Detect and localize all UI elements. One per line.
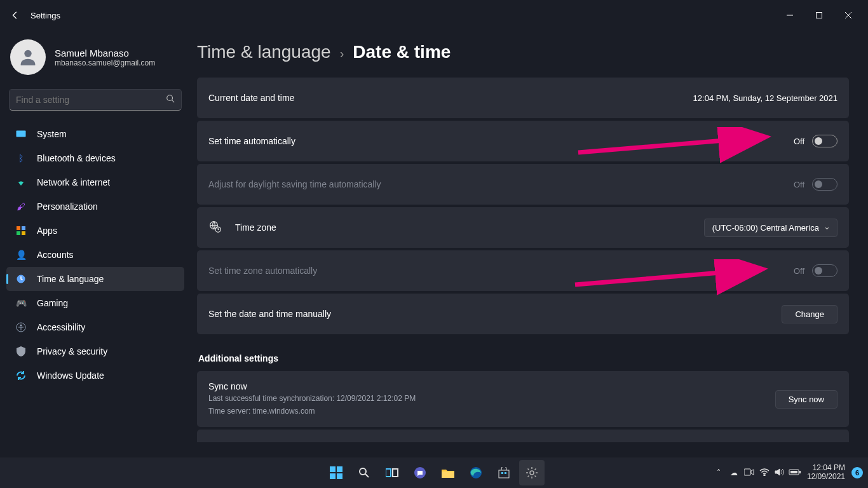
clock-icon bbox=[15, 273, 27, 285]
sidebar-item-label: Personalization bbox=[37, 201, 98, 212]
taskbar-chat[interactable] bbox=[407, 460, 433, 485]
taskbar-date: 12/09/2021 bbox=[807, 473, 845, 482]
meet-now-icon[interactable] bbox=[742, 468, 756, 478]
svg-rect-9 bbox=[22, 226, 25, 230]
close-button[interactable] bbox=[834, 5, 863, 25]
svg-rect-21 bbox=[330, 473, 336, 479]
set-time-auto-toggle[interactable] bbox=[812, 135, 837, 147]
wifi-icon bbox=[15, 177, 27, 188]
task-view[interactable] bbox=[379, 460, 405, 485]
set-manual-row: Set the date and time manually Change bbox=[197, 294, 849, 334]
sidebar-item-privacy[interactable]: Privacy & security bbox=[6, 339, 184, 363]
timezone-dropdown[interactable]: (UTC-06:00) Central America bbox=[704, 219, 837, 237]
sync-last: Last successful time synchronization: 12… bbox=[208, 393, 764, 404]
search-icon bbox=[166, 94, 175, 105]
breadcrumb-parent[interactable]: Time & language bbox=[197, 42, 331, 62]
taskbar-clock[interactable]: 12:04 PM 12/09/2021 bbox=[803, 464, 849, 482]
sidebar-item-system[interactable]: System bbox=[6, 122, 184, 146]
svg-rect-34 bbox=[744, 469, 750, 475]
shield-icon bbox=[15, 346, 27, 357]
sidebar-item-gaming[interactable]: 🎮Gaming bbox=[6, 291, 184, 315]
current-date-time-row: Current date and time 12:04 PM, Sunday, … bbox=[197, 78, 849, 118]
set-time-auto-label: Set time automatically bbox=[208, 136, 295, 146]
additional-settings-header: Additional settings bbox=[198, 353, 849, 363]
svg-rect-31 bbox=[501, 472, 503, 474]
svg-point-33 bbox=[530, 471, 534, 475]
svg-point-14 bbox=[20, 325, 22, 327]
set-time-auto-row: Set time automatically Off bbox=[197, 121, 849, 161]
sidebar: Samuel Mbanaso mbanaso.samuel@gmail.com … bbox=[0, 30, 191, 458]
sync-now-button[interactable]: Sync now bbox=[775, 390, 837, 409]
sidebar-item-personalization[interactable]: 🖌Personalization bbox=[6, 194, 184, 219]
change-button[interactable]: Change bbox=[782, 305, 837, 323]
svg-point-35 bbox=[764, 475, 765, 476]
bluetooth-icon: ᛒ bbox=[15, 152, 27, 164]
taskbar-store[interactable] bbox=[491, 460, 517, 485]
accessibility-icon bbox=[15, 322, 27, 333]
svg-rect-25 bbox=[386, 469, 391, 477]
current-date-time-label: Current date and time bbox=[208, 93, 294, 103]
back-button[interactable] bbox=[5, 5, 25, 25]
svg-point-23 bbox=[360, 468, 366, 475]
sidebar-item-accessibility[interactable]: Accessibility bbox=[6, 315, 184, 339]
chevron-right-icon: › bbox=[340, 46, 344, 61]
set-timezone-auto-row: Set time zone automatically Off bbox=[197, 250, 849, 291]
wifi-tray-icon[interactable] bbox=[757, 468, 771, 478]
sidebar-item-bluetooth[interactable]: ᛒBluetooth & devices bbox=[6, 146, 184, 170]
sidebar-item-label: Gaming bbox=[37, 298, 68, 308]
sidebar-item-label: Apps bbox=[37, 226, 57, 236]
svg-rect-1 bbox=[817, 13, 822, 18]
svg-rect-37 bbox=[790, 471, 797, 473]
search-input[interactable] bbox=[16, 95, 166, 105]
update-icon bbox=[15, 370, 27, 381]
dst-row: Adjust for daylight saving time automati… bbox=[197, 164, 849, 205]
sidebar-item-windows-update[interactable]: Windows Update bbox=[6, 363, 184, 388]
sync-server: Time server: time.windows.com bbox=[208, 405, 764, 417]
onedrive-icon[interactable]: ☁ bbox=[727, 468, 741, 477]
window-title: Settings bbox=[31, 11, 60, 20]
svg-rect-22 bbox=[337, 473, 342, 479]
set-timezone-auto-label: Set time zone automatically bbox=[208, 266, 317, 276]
minimize-button[interactable] bbox=[775, 5, 804, 25]
sidebar-item-label: Windows Update bbox=[37, 370, 104, 381]
svg-rect-26 bbox=[393, 469, 398, 477]
svg-rect-19 bbox=[330, 466, 336, 472]
taskbar-settings[interactable] bbox=[519, 460, 545, 485]
account-email: mbanaso.samuel@gmail.com bbox=[55, 58, 155, 67]
account-name: Samuel Mbanaso bbox=[55, 48, 155, 58]
sidebar-item-label: System bbox=[37, 129, 67, 139]
timezone-row: Time zone (UTC-06:00) Central America bbox=[197, 207, 849, 248]
search-box[interactable] bbox=[9, 89, 182, 111]
sidebar-item-network[interactable]: Network & internet bbox=[6, 170, 184, 194]
sync-row: Sync now Last successful time synchroniz… bbox=[197, 371, 849, 427]
breadcrumb: Time & language › Date & time bbox=[197, 30, 849, 78]
svg-line-6 bbox=[172, 100, 175, 103]
start-button[interactable] bbox=[323, 460, 349, 485]
volume-icon[interactable] bbox=[773, 468, 787, 478]
svg-rect-10 bbox=[17, 231, 20, 235]
system-tray: ˄ ☁ 12:04 PM 12/09/2021 6 bbox=[712, 464, 863, 482]
breadcrumb-current: Date & time bbox=[353, 42, 451, 62]
current-date-time-value: 12:04 PM, Sunday, 12 September 2021 bbox=[693, 93, 837, 103]
sidebar-item-apps[interactable]: Apps bbox=[6, 219, 184, 243]
taskbar-explorer[interactable] bbox=[435, 460, 461, 485]
svg-line-24 bbox=[365, 474, 369, 477]
battery-icon[interactable] bbox=[788, 468, 802, 478]
timezone-label: Time zone bbox=[235, 222, 276, 233]
sidebar-item-accounts[interactable]: 👤Accounts bbox=[6, 243, 184, 267]
tray-overflow-icon[interactable]: ˄ bbox=[712, 468, 726, 477]
svg-point-5 bbox=[167, 95, 173, 101]
titlebar: Settings bbox=[0, 0, 868, 30]
taskbar-search[interactable] bbox=[351, 460, 377, 485]
notification-badge[interactable]: 6 bbox=[851, 467, 863, 478]
sync-title: Sync now bbox=[208, 381, 764, 391]
person-icon: 👤 bbox=[15, 249, 27, 261]
avatar bbox=[10, 39, 46, 75]
account[interactable]: Samuel Mbanaso mbanaso.samuel@gmail.com bbox=[6, 36, 184, 85]
svg-rect-20 bbox=[337, 466, 342, 472]
taskbar-edge[interactable] bbox=[463, 460, 489, 485]
dst-toggle bbox=[812, 178, 837, 191]
sidebar-item-time-language[interactable]: Time & language bbox=[6, 267, 184, 291]
maximize-button[interactable] bbox=[804, 5, 834, 25]
brush-icon: 🖌 bbox=[15, 201, 27, 212]
